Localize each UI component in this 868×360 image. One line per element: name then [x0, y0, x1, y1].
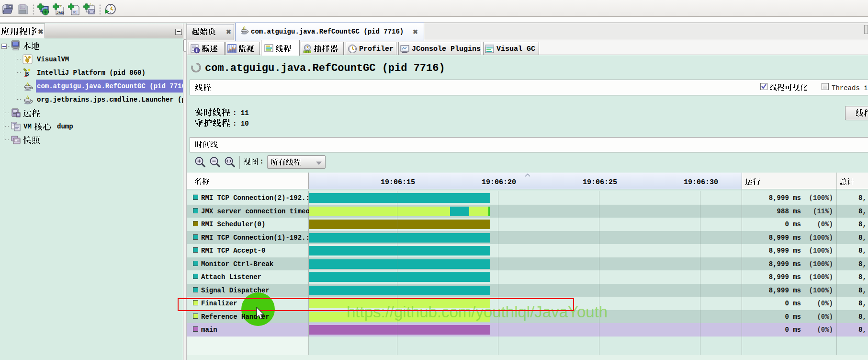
- svg-text:JMX: JMX: [56, 11, 65, 15]
- svg-text:B: B: [25, 70, 29, 77]
- svg-text:01: 01: [73, 11, 77, 14]
